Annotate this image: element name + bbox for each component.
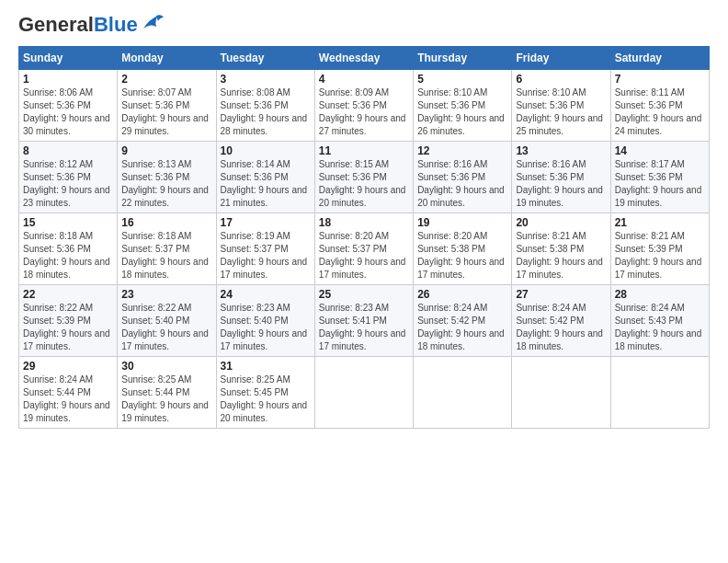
day-number: 17	[221, 216, 311, 229]
day-number: 25	[319, 288, 409, 301]
calendar-cell	[414, 357, 512, 429]
calendar-table: SundayMondayTuesdayWednesdayThursdayFrid…	[18, 46, 710, 429]
day-number: 21	[615, 216, 705, 229]
day-number: 3	[221, 73, 311, 86]
calendar-week-row: 29Sunrise: 8:24 AMSunset: 5:44 PMDayligh…	[19, 357, 710, 429]
day-number: 16	[121, 216, 211, 229]
day-number: 29	[23, 360, 113, 373]
calendar-cell: 3Sunrise: 8:08 AMSunset: 5:36 PMDaylight…	[216, 70, 314, 142]
day-number: 5	[417, 73, 507, 86]
day-number: 1	[23, 73, 113, 86]
day-number: 11	[319, 144, 409, 157]
day-info: Sunrise: 8:14 AMSunset: 5:36 PMDaylight:…	[221, 158, 311, 210]
day-info: Sunrise: 8:16 AMSunset: 5:36 PMDaylight:…	[417, 158, 507, 210]
calendar-cell: 8Sunrise: 8:12 AMSunset: 5:36 PMDaylight…	[19, 142, 118, 213]
day-info: Sunrise: 8:24 AMSunset: 5:42 PMDaylight:…	[516, 302, 606, 353]
day-info: Sunrise: 8:10 AMSunset: 5:36 PMDaylight:…	[516, 86, 606, 138]
day-number: 19	[417, 216, 507, 229]
calendar-cell: 26Sunrise: 8:24 AMSunset: 5:42 PMDayligh…	[414, 285, 512, 357]
weekday-header: Saturday	[610, 47, 709, 70]
day-info: Sunrise: 8:20 AMSunset: 5:38 PMDaylight:…	[417, 230, 507, 282]
calendar-cell: 11Sunrise: 8:15 AMSunset: 5:36 PMDayligh…	[314, 142, 413, 213]
day-number: 18	[319, 216, 409, 229]
day-number: 2	[121, 73, 211, 86]
calendar-cell: 13Sunrise: 8:16 AMSunset: 5:36 PMDayligh…	[512, 142, 610, 213]
day-info: Sunrise: 8:22 AMSunset: 5:39 PMDaylight:…	[23, 302, 113, 353]
weekday-header: Monday	[118, 47, 216, 70]
day-number: 4	[319, 73, 409, 86]
calendar-cell: 28Sunrise: 8:24 AMSunset: 5:43 PMDayligh…	[610, 285, 709, 357]
day-number: 30	[121, 360, 211, 373]
day-number: 26	[417, 288, 507, 301]
day-number: 22	[23, 288, 113, 301]
calendar-cell: 10Sunrise: 8:14 AMSunset: 5:36 PMDayligh…	[216, 142, 314, 213]
weekday-header: Thursday	[414, 47, 512, 70]
day-info: Sunrise: 8:08 AMSunset: 5:36 PMDaylight:…	[221, 86, 311, 138]
day-info: Sunrise: 8:25 AMSunset: 5:45 PMDaylight:…	[221, 373, 311, 425]
calendar-cell: 23Sunrise: 8:22 AMSunset: 5:40 PMDayligh…	[118, 285, 216, 357]
calendar-cell: 14Sunrise: 8:17 AMSunset: 5:36 PMDayligh…	[610, 142, 709, 213]
calendar-cell	[314, 357, 413, 429]
day-info: Sunrise: 8:24 AMSunset: 5:44 PMDaylight:…	[23, 373, 113, 425]
day-info: Sunrise: 8:24 AMSunset: 5:42 PMDaylight:…	[417, 302, 507, 353]
day-number: 28	[615, 288, 705, 301]
day-info: Sunrise: 8:24 AMSunset: 5:43 PMDaylight:…	[615, 302, 705, 353]
day-info: Sunrise: 8:13 AMSunset: 5:36 PMDaylight:…	[121, 158, 211, 210]
calendar-week-row: 8Sunrise: 8:12 AMSunset: 5:36 PMDaylight…	[19, 142, 710, 213]
day-info: Sunrise: 8:22 AMSunset: 5:40 PMDaylight:…	[121, 302, 211, 353]
calendar-cell: 25Sunrise: 8:23 AMSunset: 5:41 PMDayligh…	[314, 285, 413, 357]
calendar-cell: 31Sunrise: 8:25 AMSunset: 5:45 PMDayligh…	[216, 357, 314, 429]
day-info: Sunrise: 8:16 AMSunset: 5:36 PMDaylight:…	[516, 158, 606, 210]
page: GeneralBlue SundayMondayTuesdayWednesday…	[0, 0, 728, 438]
day-info: Sunrise: 8:20 AMSunset: 5:37 PMDaylight:…	[319, 230, 409, 282]
day-number: 31	[221, 360, 311, 373]
day-info: Sunrise: 8:19 AMSunset: 5:37 PMDaylight:…	[221, 230, 311, 282]
day-number: 7	[615, 73, 705, 86]
calendar-cell	[610, 357, 709, 429]
weekday-header: Tuesday	[216, 47, 314, 70]
day-info: Sunrise: 8:09 AMSunset: 5:36 PMDaylight:…	[319, 86, 409, 138]
calendar-header-row: SundayMondayTuesdayWednesdayThursdayFrid…	[19, 47, 710, 70]
calendar-cell: 6Sunrise: 8:10 AMSunset: 5:36 PMDaylight…	[512, 70, 610, 142]
weekday-header: Sunday	[19, 47, 118, 70]
calendar-cell: 29Sunrise: 8:24 AMSunset: 5:44 PMDayligh…	[19, 357, 118, 429]
day-info: Sunrise: 8:18 AMSunset: 5:36 PMDaylight:…	[23, 230, 113, 282]
logo-general: General	[18, 13, 94, 36]
header: GeneralBlue	[18, 15, 710, 35]
calendar-cell: 24Sunrise: 8:23 AMSunset: 5:40 PMDayligh…	[216, 285, 314, 357]
day-info: Sunrise: 8:15 AMSunset: 5:36 PMDaylight:…	[319, 158, 409, 210]
day-number: 14	[615, 144, 705, 157]
calendar-cell: 7Sunrise: 8:11 AMSunset: 5:36 PMDaylight…	[610, 70, 709, 142]
day-info: Sunrise: 8:23 AMSunset: 5:41 PMDaylight:…	[319, 302, 409, 353]
calendar-cell: 19Sunrise: 8:20 AMSunset: 5:38 PMDayligh…	[414, 213, 512, 285]
day-number: 6	[516, 73, 606, 86]
day-info: Sunrise: 8:25 AMSunset: 5:44 PMDaylight:…	[121, 373, 211, 425]
day-number: 10	[221, 144, 311, 157]
day-info: Sunrise: 8:11 AMSunset: 5:36 PMDaylight:…	[615, 86, 705, 138]
day-info: Sunrise: 8:18 AMSunset: 5:37 PMDaylight:…	[121, 230, 211, 282]
calendar-week-row: 15Sunrise: 8:18 AMSunset: 5:36 PMDayligh…	[19, 213, 710, 285]
calendar-cell: 15Sunrise: 8:18 AMSunset: 5:36 PMDayligh…	[19, 213, 118, 285]
day-info: Sunrise: 8:21 AMSunset: 5:38 PMDaylight:…	[516, 230, 606, 282]
day-info: Sunrise: 8:07 AMSunset: 5:36 PMDaylight:…	[121, 86, 211, 138]
day-number: 23	[121, 288, 211, 301]
calendar-cell: 12Sunrise: 8:16 AMSunset: 5:36 PMDayligh…	[414, 142, 512, 213]
calendar-cell: 4Sunrise: 8:09 AMSunset: 5:36 PMDaylight…	[314, 70, 413, 142]
day-number: 27	[516, 288, 606, 301]
day-number: 20	[516, 216, 606, 229]
logo-text: GeneralBlue	[18, 15, 138, 35]
day-number: 13	[516, 144, 606, 157]
calendar-cell: 21Sunrise: 8:21 AMSunset: 5:39 PMDayligh…	[610, 213, 709, 285]
logo: GeneralBlue	[18, 15, 165, 35]
calendar-cell: 27Sunrise: 8:24 AMSunset: 5:42 PMDayligh…	[512, 285, 610, 357]
day-info: Sunrise: 8:12 AMSunset: 5:36 PMDaylight:…	[23, 158, 113, 210]
day-number: 12	[417, 144, 507, 157]
calendar-week-row: 1Sunrise: 8:06 AMSunset: 5:36 PMDaylight…	[19, 70, 710, 142]
day-info: Sunrise: 8:06 AMSunset: 5:36 PMDaylight:…	[23, 86, 113, 138]
calendar-cell: 9Sunrise: 8:13 AMSunset: 5:36 PMDaylight…	[118, 142, 216, 213]
day-number: 9	[121, 144, 211, 157]
logo-blue: Blue	[94, 13, 138, 36]
day-number: 24	[221, 288, 311, 301]
day-number: 8	[23, 144, 113, 157]
calendar-week-row: 22Sunrise: 8:22 AMSunset: 5:39 PMDayligh…	[19, 285, 710, 357]
